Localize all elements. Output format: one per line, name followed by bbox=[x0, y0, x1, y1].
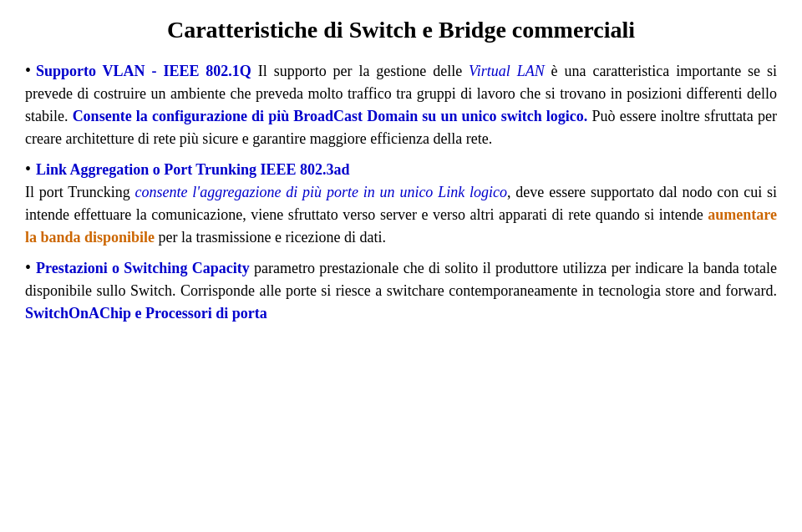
link-agg-link[interactable]: Link Aggregation o Port Trunking IEEE 80… bbox=[36, 161, 350, 178]
vlan-link[interactable]: Supporto VLAN - IEEE 802.1Q bbox=[36, 63, 251, 79]
prestazioni-link[interactable]: Prestazioni o Switching Capacity bbox=[36, 260, 250, 276]
prestazioni-paragraph: •Prestazioni o Switching Capacity parame… bbox=[25, 256, 777, 325]
link-aggregation-paragraph: •Link Aggregation o Port Trunking IEEE 8… bbox=[25, 157, 777, 249]
vlan-italic: Virtual LAN bbox=[469, 63, 545, 79]
bullet-link-agg: • bbox=[25, 160, 31, 178]
page-container: Caratteristiche di Switch e Bridge comme… bbox=[25, 17, 777, 325]
page-title: Caratteristiche di Switch e Bridge comme… bbox=[25, 17, 777, 43]
link-agg-blue-1: consente l'aggregazione di più porte in … bbox=[135, 184, 507, 200]
vlan-text-1: Il supporto per la gestione delle bbox=[251, 63, 469, 79]
vlan-config-text: Consente la configurazione di più BroadC… bbox=[73, 108, 588, 124]
vlan-paragraph: •Supporto VLAN - IEEE 802.1Q Il supporto… bbox=[25, 58, 777, 150]
prestazioni-end: SwitchOnAChip e Processori di porta bbox=[25, 305, 267, 322]
link-agg-text-1: Il port Truncking bbox=[25, 184, 135, 200]
bullet-vlan: • bbox=[25, 61, 31, 79]
link-agg-text-3: per la trasmissione e ricezione di dati. bbox=[155, 229, 386, 246]
bullet-prestazioni: • bbox=[25, 258, 31, 276]
content-block: •Supporto VLAN - IEEE 802.1Q Il supporto… bbox=[25, 58, 777, 325]
